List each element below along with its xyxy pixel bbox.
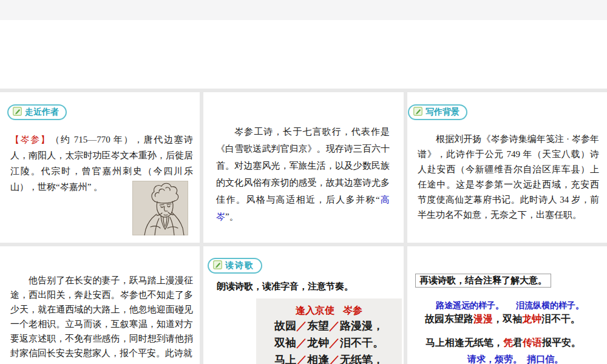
badge-writing-background: 写作背景 bbox=[408, 104, 467, 120]
poem-box: 逢入京使岑参 故园／东望／路漫漫， 双袖／龙钟／泪不干。 马上／相逢／无纸笔， bbox=[256, 298, 402, 364]
badge-about-author: 走近作者 bbox=[7, 104, 67, 120]
interpretation-poem-line: 故园东望路漫漫，双袖龙钟泪不干。 bbox=[425, 313, 580, 326]
badge-about-author-label: 走近作者 bbox=[25, 107, 59, 118]
interpretation-poem-line: 马上相逢无纸笔，凭君传语报平安。 bbox=[426, 337, 581, 349]
top-bar bbox=[0, 0, 607, 20]
reading-instruction: 朗读诗歌，读准字音，注意节奏。 bbox=[217, 281, 353, 292]
annotation-ping: 请求，烦劳。 bbox=[467, 354, 522, 364]
poet-portrait bbox=[132, 181, 188, 235]
poem-line: 马上／相逢／无纸笔， bbox=[256, 351, 402, 364]
edit-pencil-icon bbox=[413, 107, 422, 118]
poem-line: 故园／东望／路漫漫， bbox=[256, 317, 402, 334]
edit-pencil-icon bbox=[213, 260, 222, 271]
interpretation-prompt: 再读诗歌，结合注释了解大意。 bbox=[415, 274, 551, 288]
poem-author: 岑参 bbox=[343, 305, 362, 315]
badge-read-poem-label: 读诗歌 bbox=[225, 260, 254, 271]
poem-line: 双袖／龙钟／泪不干。 bbox=[256, 334, 402, 351]
edit-pencil-icon bbox=[13, 107, 22, 118]
poem-title-line: 逢入京使岑参 bbox=[256, 298, 402, 317]
poem-title: 逢入京使 bbox=[296, 305, 334, 315]
annotation-longzhong: 泪流纵横的样子。 bbox=[516, 300, 584, 311]
intro-paragraph: 岑参工诗，长于七言歌行，代表作是《白雪歌送武判官归京》。现存诗三百六十首。对边塞… bbox=[216, 123, 390, 225]
annotation-manman: 路途遥远的样子。 bbox=[436, 300, 504, 311]
badge-read-poem: 读诗歌 bbox=[208, 258, 262, 274]
badge-writing-background-label: 写作背景 bbox=[426, 107, 459, 118]
annotation-chuanyu: 捎口信。 bbox=[527, 354, 563, 364]
story-paragraph: 他告别了在长安的妻子，跃马踏上漫漫征途，西出阳关，奔赴安西。岑参也不知走了多少天… bbox=[10, 273, 193, 360]
slide: 走近作者 写作背景 读诗歌 【岑参】（约 715—770 年），唐代边塞诗人，南… bbox=[0, 0, 607, 364]
writing-background-paragraph: 根据刘开扬《岑参诗集编年笺注 · 岑参年谱》，此诗作于公元 749 年（天宝八载… bbox=[418, 132, 599, 223]
